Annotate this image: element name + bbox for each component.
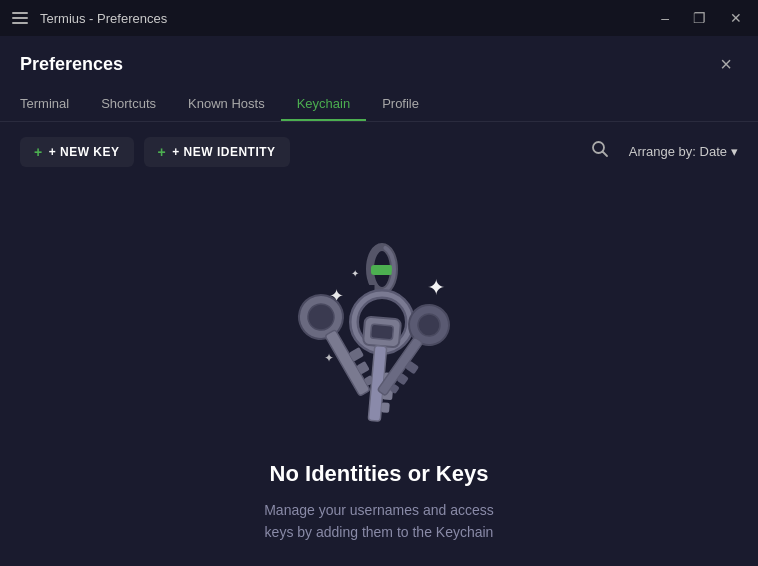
preferences-header: Preferences × Terminal Shortcuts Known H… (0, 36, 758, 122)
plus-icon-2: + (158, 144, 167, 160)
window-title: Termius - Preferences (40, 11, 167, 26)
plus-icon: + (34, 144, 43, 160)
toolbar-right: Arrange by: Date ▾ (587, 136, 738, 167)
empty-state-title: No Identities or Keys (270, 461, 489, 487)
tab-profile[interactable]: Profile (366, 88, 435, 121)
keys-illustration: ✦ ✦ ✦ ✦ (269, 217, 489, 437)
search-button[interactable] (587, 136, 613, 167)
maximize-button[interactable]: ❐ (689, 9, 710, 27)
svg-rect-19 (370, 324, 393, 340)
search-icon (591, 140, 609, 158)
tab-keychain[interactable]: Keychain (281, 88, 366, 121)
header-top: Preferences × (20, 52, 738, 76)
svg-text:✦: ✦ (427, 275, 445, 300)
arrange-button[interactable]: Arrange by: Date ▾ (629, 144, 738, 159)
close-button[interactable]: × (714, 52, 738, 76)
svg-line-1 (602, 152, 607, 157)
title-bar: Termius - Preferences – ❐ ✕ (0, 0, 758, 36)
window-close-button[interactable]: ✕ (726, 9, 746, 27)
tab-known-hosts[interactable]: Known Hosts (172, 88, 281, 121)
new-key-label: + NEW KEY (49, 145, 120, 159)
empty-state: ✦ ✦ ✦ ✦ (0, 181, 758, 566)
new-identity-label: + NEW IDENTITY (172, 145, 275, 159)
new-key-button[interactable]: + + NEW KEY (20, 137, 134, 167)
title-bar-left: Termius - Preferences (12, 11, 167, 26)
minimize-button[interactable]: – (657, 9, 673, 27)
nav-tabs: Terminal Shortcuts Known Hosts Keychain … (20, 88, 738, 121)
toolbar: + + NEW KEY + + NEW IDENTITY Arrange by:… (0, 122, 758, 181)
hamburger-icon[interactable] (12, 12, 28, 24)
svg-text:✦: ✦ (351, 268, 359, 279)
svg-rect-22 (381, 402, 390, 413)
svg-text:✦: ✦ (324, 351, 334, 365)
tab-shortcuts[interactable]: Shortcuts (85, 88, 172, 121)
arrange-label: Arrange by: Date (629, 144, 727, 159)
chevron-down-icon: ▾ (731, 144, 738, 159)
svg-rect-3 (371, 265, 393, 275)
title-bar-controls: – ❐ ✕ (657, 9, 746, 27)
page-title: Preferences (20, 54, 123, 75)
keys-svg: ✦ ✦ ✦ ✦ (269, 217, 489, 437)
empty-state-description: Manage your usernames and access keys by… (249, 499, 509, 544)
tab-terminal[interactable]: Terminal (20, 88, 85, 121)
new-identity-button[interactable]: + + NEW IDENTITY (144, 137, 290, 167)
